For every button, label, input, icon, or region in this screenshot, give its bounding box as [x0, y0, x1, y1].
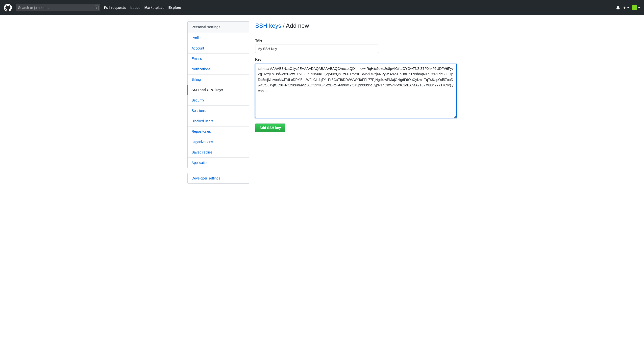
breadcrumb-ssh-keys-link[interactable]: SSH keys [255, 22, 281, 29]
sidebar-item-applications[interactable]: Applications [188, 158, 249, 168]
key-textarea[interactable] [255, 64, 457, 118]
sidebar-item-saved-replies[interactable]: Saved replies [188, 147, 249, 158]
sidebar-item-developer-settings[interactable]: Developer settings [188, 173, 249, 184]
sidebar-item-ssh-gpg-keys[interactable]: SSH and GPG keys [188, 85, 249, 95]
title-label: Title [255, 38, 457, 43]
sidebar-item-billing[interactable]: Billing [188, 74, 249, 85]
avatar [632, 5, 637, 10]
key-label: Key [255, 57, 457, 62]
search-input[interactable] [16, 4, 100, 12]
settings-sidebar: Personal settings Profile Account Emails… [187, 21, 249, 189]
sidebar-item-account[interactable]: Account [188, 43, 249, 54]
page-title: SSH keys / Add new [255, 21, 457, 33]
caret-down-icon [638, 7, 640, 8]
breadcrumb-separator: / [283, 22, 285, 29]
sidebar-item-sessions[interactable]: Sessions [188, 106, 249, 116]
main-content: SSH keys / Add new Title Key Add SSH key [255, 21, 457, 189]
sidebar-item-repositories[interactable]: Repositories [188, 126, 249, 137]
sidebar-item-notifications[interactable]: Notifications [188, 64, 249, 74]
sidebar-heading-personal: Personal settings [188, 22, 249, 33]
nav-issues[interactable]: Issues [130, 5, 140, 10]
sidebar-item-profile[interactable]: Profile [188, 33, 249, 43]
sidebar-item-blocked-users[interactable]: Blocked users [188, 116, 249, 126]
user-menu-dropdown[interactable] [632, 5, 640, 10]
sidebar-item-security[interactable]: Security [188, 95, 249, 106]
create-new-dropdown[interactable] [623, 6, 629, 10]
caret-down-icon [627, 7, 629, 8]
title-input[interactable] [255, 44, 379, 53]
nav-explore[interactable]: Explore [168, 5, 181, 10]
notifications-icon[interactable] [616, 6, 620, 10]
sidebar-item-organizations[interactable]: Organizations [188, 137, 249, 147]
global-header: / Pull requests Issues Marketplace Explo… [0, 0, 644, 15]
sidebar-item-emails[interactable]: Emails [188, 54, 249, 64]
nav-marketplace[interactable]: Marketplace [144, 5, 164, 10]
add-ssh-key-button[interactable]: Add SSH key [255, 124, 285, 132]
nav-pull-requests[interactable]: Pull requests [104, 5, 126, 10]
breadcrumb-current: Add new [286, 22, 309, 29]
search-slash-hint: / [95, 5, 98, 10]
github-logo-icon[interactable] [4, 4, 12, 12]
